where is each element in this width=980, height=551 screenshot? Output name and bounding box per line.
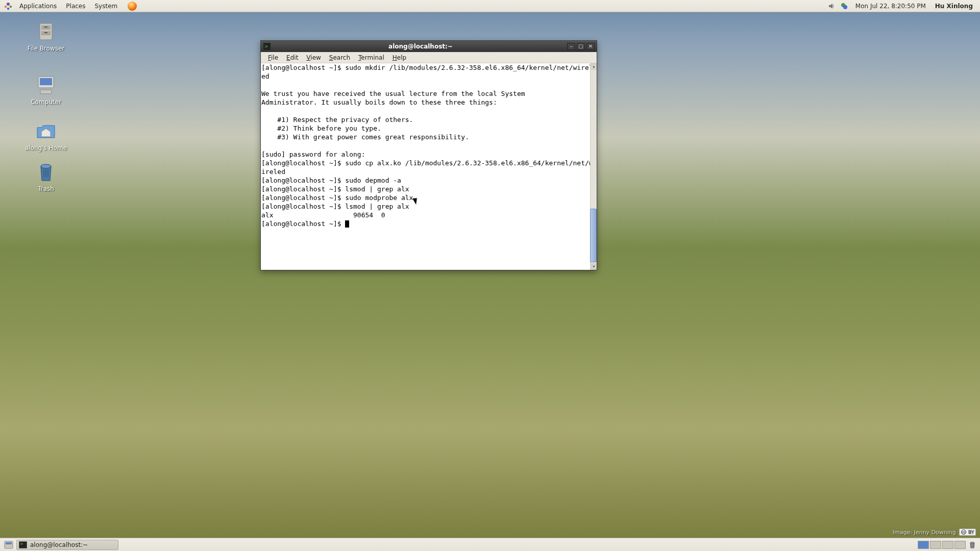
svg-rect-12 xyxy=(40,78,52,85)
scroll-up-button[interactable]: ▴ xyxy=(591,63,597,70)
cc-by: BY xyxy=(968,530,974,535)
workspace-3[interactable] xyxy=(942,541,953,549)
desktop-icon-label: File Browser xyxy=(20,45,71,52)
svg-point-5 xyxy=(843,5,847,9)
desktop-icon-trash[interactable]: Trash xyxy=(20,160,71,192)
svg-rect-17 xyxy=(47,169,48,178)
svg-point-3 xyxy=(7,7,10,10)
svg-rect-21 xyxy=(6,542,12,544)
svg-rect-10 xyxy=(44,32,47,33)
menu-search[interactable]: Search xyxy=(325,53,354,62)
desktop-icon-label: Computer xyxy=(20,98,71,106)
scroll-thumb[interactable] xyxy=(590,209,597,262)
terminal-menubar: File Edit View Search Terminal Help xyxy=(261,52,597,63)
credit-text: Image: Jenny Downing xyxy=(893,529,956,536)
maximize-button[interactable]: ▢ xyxy=(577,43,585,50)
show-desktop-button[interactable] xyxy=(3,540,14,549)
menu-places[interactable]: Places xyxy=(62,1,89,11)
menu-help[interactable]: Help xyxy=(388,53,410,62)
svg-rect-9 xyxy=(44,27,47,28)
minimize-button[interactable]: – xyxy=(567,43,575,50)
terminal-body[interactable]: [along@localhost ~]$ sudo mkdir /lib/mod… xyxy=(261,63,597,270)
svg-rect-15 xyxy=(43,169,44,178)
menu-file[interactable]: File xyxy=(264,53,282,62)
panel-right: Mon Jul 22, 8:20:50 PM Hu Xinlong xyxy=(827,1,977,11)
taskbar-item-terminal[interactable]: along@localhost:~ xyxy=(16,540,118,550)
terminal-cursor xyxy=(345,220,349,228)
taskbar-item-label: along@localhost:~ xyxy=(30,541,88,548)
svg-point-14 xyxy=(41,164,51,168)
workspace-2[interactable] xyxy=(930,541,941,549)
desktop-icon-label: Trash xyxy=(20,185,71,192)
computer-icon xyxy=(34,73,58,97)
bottom-panel-tray xyxy=(918,540,977,549)
scroll-down-button[interactable]: ▾ xyxy=(591,263,597,270)
firefox-icon[interactable] xyxy=(128,2,137,11)
top-panel: Applications Places System Mon Jul 22, 8… xyxy=(0,0,980,12)
window-titlebar[interactable]: > along@localhost:~ – ▢ ✕ xyxy=(261,41,597,52)
panel-trash-icon[interactable] xyxy=(968,540,977,549)
trash-icon xyxy=(34,160,58,184)
desktop-icon-home[interactable]: along's Home xyxy=(20,119,71,152)
terminal-mini-icon xyxy=(19,541,27,548)
terminal-icon: > xyxy=(263,42,271,51)
window-buttons: – ▢ ✕ xyxy=(567,43,595,50)
svg-rect-13 xyxy=(40,90,52,94)
svg-point-0 xyxy=(7,3,10,6)
cc-badge: cc BY xyxy=(959,529,976,536)
panel-left: Applications Places System xyxy=(3,1,137,11)
svg-point-2 xyxy=(10,5,12,8)
terminal-window: > along@localhost:~ – ▢ ✕ File Edit View… xyxy=(260,40,597,270)
volume-icon[interactable] xyxy=(827,1,837,11)
window-title: along@localhost:~ xyxy=(274,43,567,50)
scrollbar[interactable]: ▴ ▾ xyxy=(590,63,597,270)
gnome-foot-icon xyxy=(3,1,13,11)
menu-system[interactable]: System xyxy=(90,1,121,11)
desktop-icon-label: along's Home xyxy=(20,144,71,152)
bottom-panel: along@localhost:~ xyxy=(0,538,980,551)
terminal-content: [along@localhost ~]$ sudo mkdir /lib/mod… xyxy=(261,64,593,228)
folder-home-icon xyxy=(34,119,58,143)
menu-edit[interactable]: Edit xyxy=(282,53,302,62)
desktop-icon-file-browser[interactable]: File Browser xyxy=(20,19,71,52)
svg-rect-16 xyxy=(45,169,46,178)
file-cabinet-icon xyxy=(34,19,58,44)
menu-terminal[interactable]: Terminal xyxy=(354,53,388,62)
user-menu[interactable]: Hu Xinlong xyxy=(935,3,973,10)
desktop-icon-computer[interactable]: Computer xyxy=(20,73,71,106)
svg-point-22 xyxy=(970,542,974,543)
menu-applications[interactable]: Applications xyxy=(15,1,61,11)
svg-text:>: > xyxy=(264,44,268,49)
clock[interactable]: Mon Jul 22, 8:20:50 PM xyxy=(855,3,926,10)
menu-view[interactable]: View xyxy=(302,53,325,62)
close-button[interactable]: ✕ xyxy=(586,43,595,50)
network-icon[interactable] xyxy=(839,1,849,11)
cc-icon: cc xyxy=(961,530,966,535)
svg-point-1 xyxy=(5,5,7,8)
workspace-1[interactable] xyxy=(918,541,929,549)
workspace-pager[interactable] xyxy=(918,541,966,549)
image-credit: Image: Jenny Downing cc BY xyxy=(893,529,976,536)
workspace-4[interactable] xyxy=(954,541,966,549)
